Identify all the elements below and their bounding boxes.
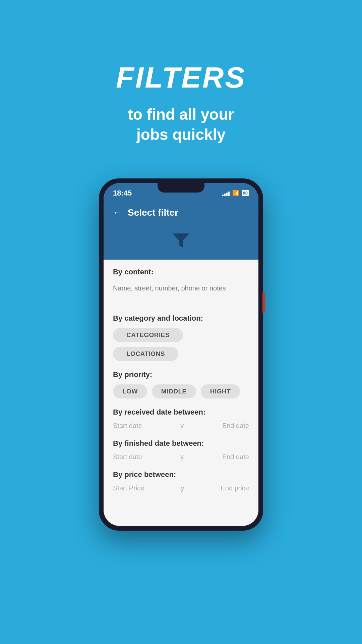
status-time: 18:45 <box>113 189 132 198</box>
price-sep: y <box>181 484 184 492</box>
finished-date-row: Start date y End date <box>113 453 249 461</box>
content-search-input[interactable] <box>113 282 249 295</box>
priority-high-button[interactable]: HIGHT <box>201 384 240 398</box>
wifi-icon: 📶 <box>232 190 239 196</box>
price-row: Start Price y End price <box>113 484 249 492</box>
received-date-sep: y <box>180 422 184 430</box>
screen-title: Select filter <box>128 207 178 218</box>
priority-low-button[interactable]: LOW <box>113 384 147 398</box>
app-header: ← Select filter <box>104 201 258 223</box>
phone-inner: 18:45 📶 90 ← Select filter <box>104 183 258 526</box>
phone-side-button <box>262 292 265 313</box>
by-content-label: By content: <box>113 268 249 276</box>
received-date-row: Start date y End date <box>113 422 249 430</box>
by-price-label: By price between: <box>113 470 249 479</box>
phone-mockup: 18:45 📶 90 ← Select filter <box>99 178 263 531</box>
section-by-priority: By priority: LOW MIDDLE HIGHT <box>113 370 249 398</box>
finished-date-sep: y <box>180 453 184 461</box>
finished-start-date[interactable]: Start date <box>113 453 142 461</box>
price-end[interactable]: End price <box>221 484 249 492</box>
category-pill-row: CATEGORIES LOCATIONS <box>113 328 249 361</box>
filter-funnel-icon <box>171 230 191 250</box>
section-by-price: By price between: Start Price y End pric… <box>113 470 249 492</box>
phone-notch <box>158 183 204 193</box>
back-button[interactable]: ← <box>113 207 122 218</box>
phone-outer: 18:45 📶 90 ← Select filter <box>99 178 263 531</box>
section-by-finished-date: By finished date between: Start date y E… <box>113 439 249 461</box>
hero-subtitle: to find all yourjobs quickly <box>128 105 234 145</box>
price-start[interactable]: Start Price <box>113 484 144 492</box>
received-start-date[interactable]: Start date <box>113 422 142 430</box>
battery-percent: 90 <box>242 190 249 196</box>
by-priority-label: By priority: <box>113 370 249 379</box>
hero-title: FILTERS <box>116 60 246 95</box>
content-area: By content: By category and location: CA… <box>104 260 258 526</box>
priority-middle-button[interactable]: MIDDLE <box>152 384 196 398</box>
section-by-category: By category and location: CATEGORIES LOC… <box>113 314 249 361</box>
received-end-date[interactable]: End date <box>222 422 249 430</box>
signal-icon <box>222 191 230 196</box>
by-finished-date-label: By finished date between: <box>113 439 249 448</box>
filter-icon-area <box>104 223 258 260</box>
categories-button[interactable]: CATEGORIES <box>113 328 183 342</box>
hero-section: FILTERS to find all yourjobs quickly <box>116 0 246 165</box>
status-icons: 📶 90 <box>222 190 249 196</box>
priority-pill-row: LOW MIDDLE HIGHT <box>113 384 249 398</box>
by-category-label: By category and location: <box>113 314 249 323</box>
svg-marker-0 <box>173 233 189 248</box>
section-by-content: By content: <box>113 268 249 305</box>
finished-end-date[interactable]: End date <box>222 453 249 461</box>
by-received-date-label: By received date between: <box>113 408 249 417</box>
locations-button[interactable]: LOCATIONS <box>113 347 178 361</box>
section-by-received-date: By received date between: Start date y E… <box>113 408 249 430</box>
